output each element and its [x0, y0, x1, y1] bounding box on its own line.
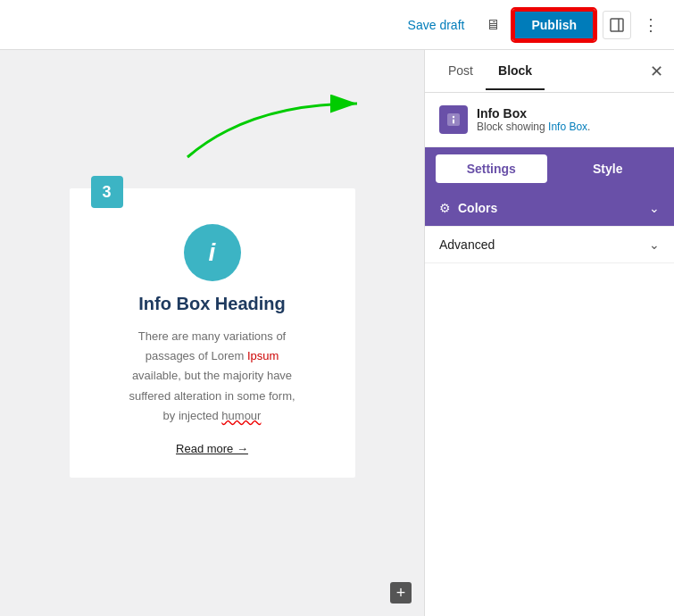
block-info-row: Info Box Block showing Info Box. — [425, 93, 674, 147]
chevron-down-icon: ⌄ — [649, 201, 660, 215]
colors-label: Colors — [458, 201, 642, 215]
more-options-button[interactable]: ⋮ — [638, 12, 663, 37]
gear-icon: ⚙ — [439, 201, 451, 215]
toolbar: Save draft 🖥 Publish ⋮ — [0, 0, 674, 50]
svg-rect-0 — [611, 19, 623, 31]
block-description: Block showing Info Box. — [477, 121, 590, 133]
advanced-label: Advanced — [439, 237, 649, 252]
main-layout: 3 i Info Box Heading There are many vari… — [0, 50, 674, 616]
humour-word: humour — [221, 409, 261, 422]
svg-point-4 — [453, 116, 454, 118]
publish-button[interactable]: Publish — [512, 9, 595, 41]
sidebar-toggle-button[interactable] — [603, 11, 631, 39]
colors-accordion-header[interactable]: ⚙ Colors ⌄ — [425, 190, 674, 226]
block-info-text: Info Box Block showing Info Box. — [477, 106, 590, 133]
panel-tabs: Post Block ✕ — [425, 50, 674, 93]
colors-accordion: ⚙ Colors ⌄ — [425, 190, 674, 227]
panel-close-button[interactable]: ✕ — [650, 63, 663, 79]
info-box-number: 3 — [91, 176, 123, 208]
green-arrow-annotation — [179, 95, 375, 166]
tab-block[interactable]: Block — [486, 53, 545, 90]
info-box-link[interactable]: Info Box — [548, 121, 587, 133]
sidebar-panel: Post Block ✕ Info Box Block showing Info… — [424, 50, 674, 616]
advanced-accordion: Advanced ⌄ — [425, 227, 674, 263]
info-box-body-text: There are many variations of passages of… — [91, 327, 334, 425]
advanced-accordion-header[interactable]: Advanced ⌄ — [425, 227, 674, 262]
editor-area: 3 i Info Box Heading There are many vari… — [0, 50, 424, 616]
advanced-chevron-icon: ⌄ — [649, 237, 660, 252]
info-box-card: 3 i Info Box Heading There are many vari… — [70, 188, 355, 477]
block-icon — [439, 105, 468, 134]
info-box-heading: Info Box Heading — [91, 294, 334, 314]
subtab-settings[interactable]: Settings — [436, 154, 547, 183]
info-box-icon: i — [184, 224, 241, 281]
read-more-link[interactable]: Read more → — [176, 442, 248, 455]
save-draft-button[interactable]: Save draft — [399, 12, 474, 37]
subtabs-row: Settings Style — [425, 147, 674, 190]
svg-rect-5 — [453, 120, 454, 124]
block-name-label: Info Box — [477, 106, 590, 121]
tab-post[interactable]: Post — [436, 53, 486, 90]
monitor-icon[interactable]: 🖥 — [480, 12, 505, 37]
add-block-button[interactable]: + — [390, 582, 412, 604]
subtab-style[interactable]: Style — [553, 154, 664, 183]
